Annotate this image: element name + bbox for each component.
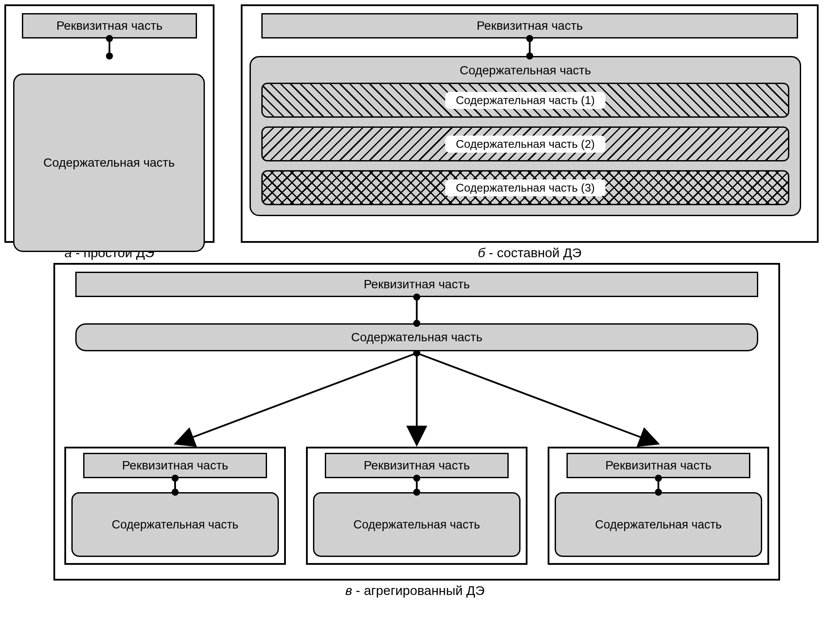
content-part-1: Содержательная часть (1) [261, 83, 789, 118]
child-2-content: Содержательная часть [313, 492, 521, 557]
content-part-3-label: Содержательная часть (3) [445, 179, 605, 196]
diagram-c-frame: Реквизитная часть Содержательная часть Р… [53, 263, 780, 581]
child-3-content: Содержательная часть [555, 492, 762, 557]
arrows-svg [75, 351, 758, 447]
caption-b: б - составной ДЭ [241, 245, 819, 260]
connector-b [529, 38, 531, 56]
caption-b-text: - составной ДЭ [485, 245, 581, 260]
diagram-b-frame: Реквизитная часть Содержательная часть С… [241, 4, 819, 243]
content-part-1-label: Содержательная часть (1) [445, 92, 605, 109]
child-1-content: Содержательная часть [71, 492, 279, 557]
arrows-area [75, 351, 758, 447]
children-row: Реквизитная часть Содержательная часть Р… [64, 447, 769, 565]
child-1: Реквизитная часть Содержательная часть [64, 447, 286, 565]
content-box-b-title: Содержательная часть [261, 62, 789, 83]
caption-c: в - агрегированный ДЭ [4, 583, 826, 598]
connector-c [416, 297, 418, 323]
caption-c-text: - агрегированный ДЭ [352, 583, 485, 598]
content-box-b: Содержательная часть Содержательная част… [250, 56, 801, 216]
diagram-a: Реквизитная часть Содержательная часть а… [4, 4, 215, 260]
content-part-2: Содержательная часть (2) [261, 126, 789, 161]
child-2-connector [416, 478, 418, 492]
child-1-connector [174, 478, 176, 492]
diagram-b: Реквизитная часть Содержательная часть С… [241, 4, 819, 260]
child-2: Реквизитная часть Содержательная часть [306, 447, 528, 565]
caption-b-letter: б [478, 245, 485, 260]
content-part-2-label: Содержательная часть (2) [445, 136, 605, 153]
diagram-a-frame: Реквизитная часть Содержательная часть [4, 4, 215, 243]
svg-line-1 [177, 353, 417, 443]
content-part-3: Содержательная часть (3) [261, 170, 789, 205]
svg-line-3 [417, 353, 657, 443]
caption-c-letter: в [345, 583, 352, 598]
content-box-a: Содержательная часть [13, 74, 205, 252]
child-3-connector [658, 478, 659, 492]
connector-a [109, 38, 110, 56]
diagram-c: Реквизитная часть Содержательная часть Р… [4, 263, 826, 598]
child-3: Реквизитная часть Содержательная часть [548, 447, 769, 565]
content-bar-c: Содержательная часть [75, 323, 758, 351]
